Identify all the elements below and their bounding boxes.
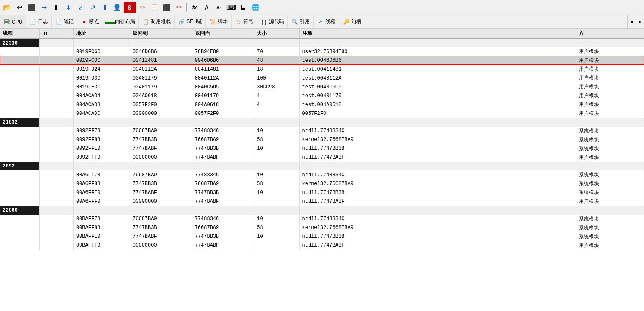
table-row[interactable]: 0019FE3C004011790040C5D530CC98test.0040C… [0,82,644,91]
open-folder-button[interactable]: 📂 [2,2,13,13]
table-row[interactable]: 004ACAD80057F2F0004A06184test.004A0618用户… [0,100,644,109]
mem-map-button[interactable]: ⬛ [161,2,172,13]
nav-script-label: 脚本 [218,18,228,25]
pause-button[interactable]: ⏸ [51,2,61,13]
thr-icon: ↗ [317,19,324,25]
nav-handles[interactable]: 🔑 句柄 [339,15,365,28]
patch-button[interactable]: 📋 [149,2,160,13]
sep1 [186,3,187,12]
nav-script[interactable]: 📜 脚本 [206,15,232,28]
nav-hdl-label: 句柄 [351,18,361,25]
table-row[interactable]: 2692 [0,162,644,170]
table-header-row: 线程 ID 地址 返回到 返回自 大小 注释 方 [0,29,644,39]
table-row[interactable]: 22336 [0,39,644,47]
col-header-id: ID [40,29,74,39]
undo-button[interactable]: ↩ [14,2,25,13]
nav-symbols[interactable]: ◇ 符号 [232,15,257,28]
fx-button[interactable]: fx [189,2,200,13]
table-row[interactable]: 0019FD240040112A0041148118test.00411481用… [0,65,644,74]
nav-notes-label: 笔记 [64,18,74,25]
seh-icon: 🔗 [178,19,185,25]
nav-ref-label: 引用 [300,18,310,25]
cpu-icon [3,19,10,25]
call-stack-table-container: 线程 ID 地址 返回到 返回自 大小 注释 方 223360019FC6C00… [0,29,644,311]
table-row[interactable]: 00A6FFF0000000007747BABFntdll.7747BABF用户… [0,197,644,206]
nav-refs[interactable]: 🔍 引用 [288,15,314,28]
thread-id-cell: 22060 [0,206,40,215]
thread-id-cell: 22336 [0,39,40,47]
table-row[interactable]: 22060 [0,206,644,215]
nav-thr-label: 线程 [325,18,335,25]
table-row[interactable]: 00BAFFF0000000007747BABFntdll.7747BABF用户… [0,241,644,250]
table-body: 223360019FC6C0046D6B676B94E8070user32.76… [0,39,644,250]
nav-cpu[interactable]: CPU [0,15,26,28]
step-over-button[interactable]: ↙ [75,2,86,13]
hdl-icon: 🔑 [343,19,349,25]
nav-prev-arrow[interactable]: ◀ [627,15,636,29]
sym-icon: ◇ [235,19,242,25]
table-row[interactable]: 00A6FF7876687BA97748834C10ntdll.7748834C… [0,170,644,179]
nav-cpu-label: CPU [12,19,22,25]
table-row[interactable]: 0092FFF0000000007747BABFntdll.7747BABF用户… [0,153,644,162]
nav-callstack[interactable]: 📋 调用堆栈 [139,15,175,28]
nav-bp-label: 断点 [89,18,99,25]
eraser-button[interactable]: ✏ [137,2,148,13]
calculator-button[interactable]: 🖩 [238,2,249,13]
step-in-button[interactable]: ⬇ [63,2,74,13]
az-button[interactable]: Az [213,2,224,13]
col-header-module: 方 [576,29,644,39]
table-row[interactable]: 00BAFF7876687BA97748834C10ntdll.7748834C… [0,215,644,223]
col-header-ret-to: 返回到 [130,29,192,39]
table-row[interactable]: 00A6FFE07747BABF7747BB3B10ntdll.7747BB3B… [0,188,644,197]
table-row[interactable]: 0092FF887747BB3B76687BA958kernel32.76687… [0,136,644,144]
s-special-button[interactable]: S [124,2,136,13]
toolbar: 📂 ↩ ⬛ ➡ ⏸ ⬇ ↙ ↗ ⬆ 👤 S ✏ 📋 ⬛ ✏ fx # Az ⌨ … [0,0,644,15]
log-icon: 📄 [29,19,36,25]
nav-memory[interactable]: ▬▬ 内存布局 [103,15,139,28]
table-row[interactable]: 00A6FF887747BB3B76687BA958kernel32.76687… [0,179,644,188]
nav-breakpoints[interactable]: ● 断点 [77,15,103,28]
bp-icon: ● [81,19,88,25]
nav-seh[interactable]: 🔗 SEH链 [175,15,206,28]
nav-notes[interactable]: 📄 笔记 [52,15,77,28]
table-row[interactable]: 004ACAD4004A0618004011794test.00401179用户… [0,91,644,100]
col-header-size: 大小 [254,29,299,39]
highlight-button[interactable]: ✏ [173,2,184,13]
table-row[interactable]: 004ACADC000000000057F2F00057F2F0用户模块 [0,109,644,118]
nav-threads[interactable]: ↗ 线程 [314,15,339,28]
table-row[interactable]: 0092FFE07747BABF7747BB3B10ntdll.7747BB3B… [0,144,644,153]
keyboard-button[interactable]: ⌨ [226,2,237,13]
run-button[interactable]: ➡ [38,2,49,13]
ref-icon: 🔍 [291,19,298,25]
col-header-address: 地址 [73,29,130,39]
table-row[interactable]: 0019FCDC004114810046D6B648test.0046D6B6用… [0,56,644,65]
svg-rect-1 [5,21,8,23]
table-row[interactable]: 0019FC6C0046D6B676B94E8070user32.76B94E8… [0,47,644,56]
nav-src-label: 源代码 [269,18,284,25]
run-to-user-button[interactable]: 👤 [112,2,122,13]
mem-icon: ▬▬ [106,19,113,25]
col-header-thread: 线程 [0,29,40,39]
nav-end: ◀ ▶ [627,15,644,28]
thread-id-cell: 2692 [0,162,40,170]
col-header-ret-from: 返回自 [192,29,254,39]
run-to-sel-button[interactable]: ⬆ [99,2,110,13]
thread-id-cell: 21832 [0,118,40,127]
step-out-button[interactable]: ↗ [87,2,98,13]
nav-log[interactable]: 📄 日志 [26,15,52,28]
call-stack-table: 线程 ID 地址 返回到 返回自 大小 注释 方 223360019FC6C00… [0,29,644,250]
stop-button[interactable]: ⬛ [26,2,37,13]
table-row[interactable]: 21832 [0,118,644,127]
table-row[interactable]: 0092FF7876687BA97748834C10ntdll.7748834C… [0,127,644,136]
nav-log-label: 日志 [38,18,48,25]
nav-source[interactable]: { } 源代码 [257,15,288,28]
table-row[interactable]: 0019FD3C004011790040112A100test.0040112A… [0,74,644,82]
browser-button[interactable]: 🌐 [250,2,261,13]
src-icon: { } [261,19,267,25]
nav-stack-label: 调用堆栈 [151,18,171,25]
table-row[interactable]: 00BAFFE07747BABF7747BB3B10ntdll.7747BB3B… [0,232,644,241]
hash-button[interactable]: # [201,2,212,13]
table-row[interactable]: 00BAFF887747BB3B76687BA958kernel32.76687… [0,223,644,232]
nav-seh-label: SEH链 [186,18,202,25]
nav-next-arrow[interactable]: ▶ [636,15,644,29]
